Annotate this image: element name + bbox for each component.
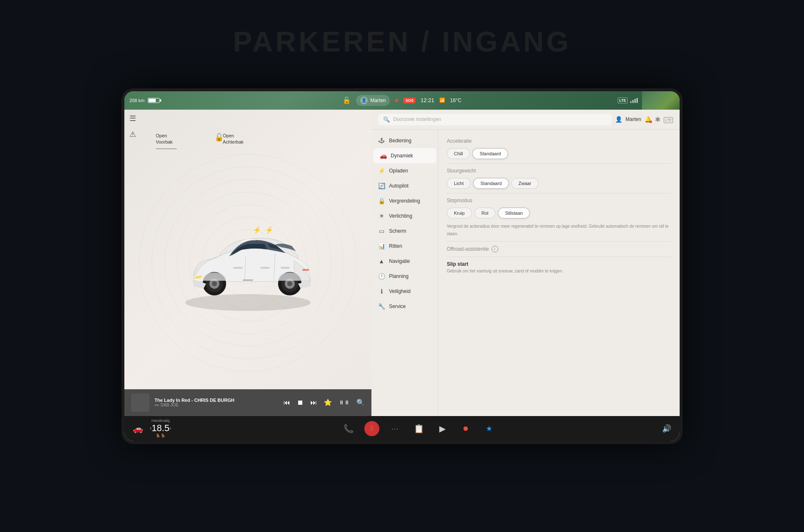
veiligheid-icon: ℹ: [377, 288, 386, 295]
parking-sign: PARKEREN / INGANG: [233, 25, 571, 58]
slip-start-title: Slip start: [447, 261, 671, 267]
stuurgewicht-title: Stuurgewicht: [447, 168, 671, 174]
more-icon[interactable]: ···: [388, 421, 403, 436]
dynamiek-icon: 🚗: [379, 152, 387, 159]
standaard-accel-button[interactable]: Standaard: [472, 148, 508, 159]
signal-bar-1: [630, 101, 631, 103]
stilstaan-button[interactable]: Stilstaan: [498, 208, 530, 218]
opladen-icon: ⚡: [377, 167, 386, 174]
next-button[interactable]: ⏭: [310, 399, 317, 406]
nav-item-dynamiek[interactable]: 🚗 Dynamiek: [373, 148, 436, 163]
car-lock-icon[interactable]: 🔓: [214, 133, 224, 142]
nav-item-navigatie[interactable]: ▲ Navigatie: [371, 254, 438, 269]
username-display: Marten: [370, 98, 386, 103]
stopmodus-options: Kruip Rol Stilstaan: [447, 208, 671, 218]
acceleratie-title: Acceleratie: [447, 138, 671, 144]
tesla-screen: 208 km 🔓 👤 Marten SOS: [124, 91, 680, 441]
song-title: The Lady In Red - CHRIS DE BURGH: [155, 398, 278, 403]
search-placeholder: Doorzoek instellingen: [393, 116, 441, 122]
voice-icon[interactable]: 🎙: [364, 421, 379, 436]
search-icon: 🔍: [383, 116, 390, 123]
svg-rect-14: [302, 269, 309, 270]
offroad-title: Offroad-assistentie: [447, 246, 489, 252]
kruip-button[interactable]: Kruip: [447, 208, 472, 218]
label-achterbak-container[interactable]: OpenAchterbak: [223, 133, 244, 146]
nav-item-opladen[interactable]: ⚡ Opladen: [371, 163, 438, 178]
battery-km: 208 km: [129, 98, 144, 103]
main-content: ☰ ⚠ OpenVoorbak OpenAchterbak 🔓 ⚡: [124, 110, 680, 416]
label-achterbak: OpenAchterbak: [223, 133, 244, 146]
divider-2: [447, 193, 671, 193]
settings-content: Acceleratie Chill Standaard Stuurgewicht: [438, 130, 680, 416]
licht-button[interactable]: Licht: [447, 178, 471, 189]
nav-item-service[interactable]: 🔧 Service: [371, 299, 438, 314]
zwaar-button[interactable]: Zwaar: [511, 178, 539, 189]
user-icon: 👤: [615, 116, 622, 123]
nav-item-veiligheid[interactable]: ℹ Veiligheid: [371, 284, 438, 299]
map-thumbnail[interactable]: [642, 91, 680, 110]
nav-item-scherm[interactable]: ▭ Scherm: [371, 224, 438, 239]
acceleratie-options: Chill Standaard: [447, 148, 671, 159]
svg-rect-3: [233, 267, 242, 268]
menu-icon[interactable]: ☰: [129, 114, 136, 123]
sos-badge[interactable]: SOS: [403, 98, 415, 103]
notification-icon[interactable]: 🔔: [644, 116, 652, 123]
verlichting-icon: ☀: [377, 213, 386, 219]
lte-status-icon: LTE: [664, 116, 673, 123]
prev-button[interactable]: ⏮: [283, 399, 290, 406]
veiligheid-label: Veiligheid: [389, 288, 410, 294]
queue-button[interactable]: ⏸⏸: [339, 399, 350, 406]
standaard-stuur-button[interactable]: Standaard: [473, 178, 509, 189]
planning-icon: 🕐: [377, 273, 386, 280]
svg-rect-4: [260, 267, 270, 268]
user-section: 👤 Marten 🔔 ✱ LTE: [615, 116, 673, 123]
alert-icon[interactable]: ⚠: [129, 130, 136, 139]
nav-item-vergrendeling[interactable]: 🔒 Vergrendeling: [371, 193, 438, 208]
volume-icon[interactable]: 🔊: [662, 424, 671, 433]
nav-item-bediening[interactable]: 🕹 Bediening: [371, 133, 438, 148]
media-icon[interactable]: ⏺: [458, 421, 473, 436]
panel-icons: ☰ ⚠: [129, 114, 136, 139]
car-image: [168, 214, 327, 315]
navigatie-icon: ▲: [377, 258, 386, 265]
settings-panel: 🔍 Doorzoek instellingen 👤 Marten 🔔 ✱: [371, 110, 680, 416]
bluetooth-taskbar-icon[interactable]: ★: [482, 421, 497, 436]
nav-item-autopilot[interactable]: 🔄 Autopilot: [371, 178, 438, 193]
scherm-icon: ▭: [377, 228, 386, 234]
settings-layout: 🕹 Bediening 🚗 Dynamiek ⚡ Opl: [371, 130, 680, 416]
car-taskbar-icon[interactable]: 🚗: [133, 424, 143, 434]
nav-item-planning[interactable]: 🕐 Planning: [371, 269, 438, 284]
svg-point-0: [185, 294, 311, 311]
album-art: [131, 393, 149, 412]
user-chip[interactable]: 👤 Marten: [356, 95, 390, 106]
temp-arrow-right[interactable]: ›: [170, 425, 171, 431]
taskbar-right: 🔊: [621, 424, 671, 433]
autopilot-icon: 🔄: [377, 182, 386, 189]
svg-point-9: [212, 281, 217, 286]
dynamiek-label: Dynamiek: [391, 153, 413, 159]
song-info: The Lady In Red - CHRIS DE BURGH ≡≡ DAB …: [155, 398, 278, 407]
label-voorbak-container[interactable]: OpenVoorbak: [156, 133, 177, 149]
offroad-info-icon[interactable]: i: [492, 246, 498, 252]
music-player: The Lady In Red - CHRIS DE BURGH ≡≡ DAB …: [124, 389, 371, 416]
verlichting-label: Verlichting: [389, 213, 412, 219]
chill-button[interactable]: Chill: [447, 148, 470, 159]
phone-icon[interactable]: 📞: [341, 421, 356, 436]
nav-item-verlichting[interactable]: ☀ Verlichting: [371, 208, 438, 224]
rol-button[interactable]: Rol: [474, 208, 496, 218]
temperature-display: 16°C: [450, 98, 461, 103]
time-display: 12:21: [421, 97, 435, 103]
seat-icons: 🪑🪑: [155, 434, 165, 438]
notes-icon[interactable]: 📋: [411, 421, 426, 436]
search-container[interactable]: 🔍 Doorzoek instellingen: [378, 114, 612, 125]
stop-button[interactable]: ⏹: [297, 399, 304, 406]
nav-item-ritten[interactable]: 📊 Ritten: [371, 239, 438, 254]
search-button[interactable]: 🔍: [356, 398, 365, 406]
media-play-icon[interactable]: ▶: [435, 421, 450, 436]
favorite-button[interactable]: ⭐: [324, 398, 332, 406]
user-avatar: 👤: [360, 97, 368, 104]
song-artist: ≡≡ DAB JOE: [155, 403, 278, 407]
planning-label: Planning: [389, 273, 409, 279]
device-frame: 208 km 🔓 👤 Marten SOS: [121, 88, 683, 444]
ritten-icon: 📊: [377, 243, 386, 249]
